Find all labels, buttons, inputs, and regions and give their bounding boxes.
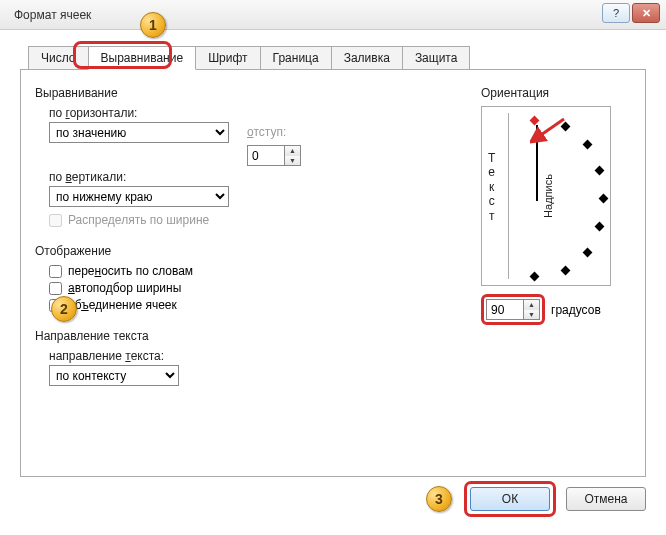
vertical-text-sample: Текст	[488, 151, 495, 223]
right-column: Ориентация Текст	[481, 82, 631, 464]
dialog-window: Формат ячеек ? ✕ 1 Число Выравнивание Шр…	[0, 0, 666, 535]
callout-3: 3	[426, 486, 452, 512]
spinner-down-icon[interactable]: ▼	[524, 310, 539, 320]
annotation-arrow-icon	[530, 115, 570, 145]
tab-protection[interactable]: Защита	[402, 46, 471, 70]
distribute-checkbox	[49, 214, 62, 227]
help-button[interactable]: ?	[602, 3, 630, 23]
titlebar-buttons: ? ✕	[602, 3, 660, 23]
cancel-button[interactable]: Отмена	[566, 487, 646, 511]
highlight-degrees: ▲▼	[481, 294, 545, 325]
tabstrip: Число Выравнивание Шрифт Граница Заливка…	[28, 46, 646, 70]
dial-point-m90[interactable]	[530, 272, 540, 282]
vertical-label: по вертикали:	[49, 170, 473, 184]
callout-2: 2	[51, 296, 77, 322]
indent-spinner[interactable]: ▲▼	[247, 145, 301, 166]
dial-point[interactable]	[595, 166, 605, 176]
tab-fill[interactable]: Заливка	[331, 46, 403, 70]
close-button[interactable]: ✕	[632, 3, 660, 23]
autofit-checkbox[interactable]	[49, 282, 62, 295]
tab-panel: Выравнивание по горизонтали: по значению…	[20, 69, 646, 477]
degrees-spinner[interactable]: ▲▼	[486, 299, 540, 320]
direction-select[interactable]: по контексту	[49, 365, 179, 386]
left-column: Выравнивание по горизонтали: по значению…	[35, 82, 473, 464]
client-area: 1 Число Выравнивание Шрифт Граница Залив…	[0, 30, 666, 535]
group-orientation: Ориентация	[481, 86, 631, 100]
tab-alignment[interactable]: Выравнивание	[88, 46, 197, 70]
window-title: Формат ячеек	[14, 8, 91, 22]
degrees-label: градусов	[551, 303, 601, 317]
indent-label: отступ:	[247, 125, 286, 139]
wrap-label: переносить по словам	[68, 264, 193, 278]
group-display: Отображение	[35, 244, 473, 258]
vertical-select[interactable]: по нижнему краю	[49, 186, 229, 207]
divider	[508, 113, 509, 279]
group-alignment: Выравнивание	[35, 86, 473, 100]
tab-font[interactable]: Шрифт	[195, 46, 260, 70]
ok-button[interactable]: ОК	[470, 487, 550, 511]
spinner-down-icon[interactable]: ▼	[285, 156, 300, 166]
highlight-ok: ОК	[464, 481, 556, 517]
tab-number[interactable]: Число	[28, 46, 89, 70]
titlebar: Формат ячеек ? ✕	[0, 0, 666, 30]
spinner-up-icon[interactable]: ▲	[285, 146, 300, 156]
button-row: 3 ОК Отмена	[426, 481, 646, 517]
dial-point[interactable]	[595, 222, 605, 232]
dial-point[interactable]	[583, 248, 593, 258]
dial-point[interactable]	[561, 266, 571, 276]
degrees-input[interactable]	[487, 300, 523, 319]
degree-row: ▲▼ градусов	[481, 294, 631, 325]
svg-line-0	[538, 119, 564, 137]
autofit-label: автоподбор ширины	[68, 281, 181, 295]
wrap-checkbox[interactable]	[49, 265, 62, 278]
distribute-label: Распределять по ширине	[68, 213, 209, 227]
horizontal-label: по горизонтали:	[49, 106, 473, 120]
dial-point[interactable]	[583, 140, 593, 150]
needle-label: Надпись	[542, 174, 554, 218]
spinner-up-icon[interactable]: ▲	[524, 300, 539, 310]
direction-label: направление текста:	[49, 349, 473, 363]
group-direction: Направление текста	[35, 329, 473, 343]
merge-label: объединение ячеек	[68, 298, 177, 312]
indent-input[interactable]	[248, 146, 284, 165]
horizontal-select[interactable]: по значению	[49, 122, 229, 143]
orientation-control[interactable]: Текст Надпись	[481, 106, 611, 286]
dial-point-0[interactable]	[599, 194, 609, 204]
callout-1: 1	[140, 12, 166, 38]
tab-border[interactable]: Граница	[260, 46, 332, 70]
